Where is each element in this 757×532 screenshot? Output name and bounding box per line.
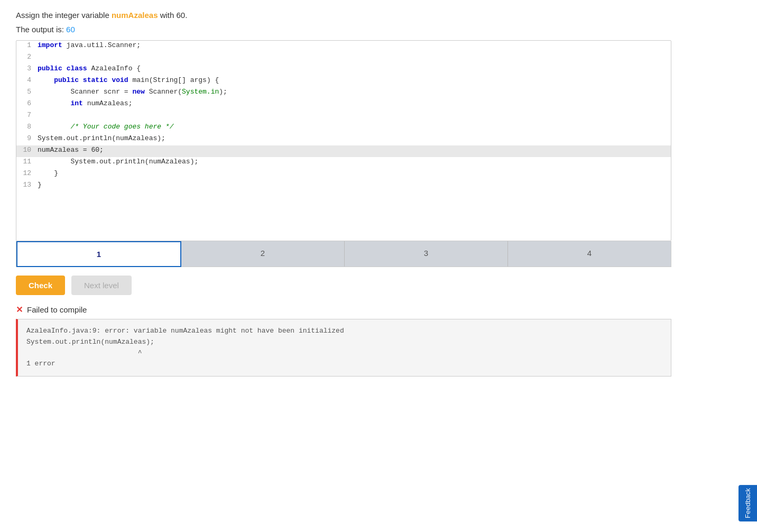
line-number-10: 10 <box>16 146 38 154</box>
line-content-1: import java.util.Scanner; <box>38 41 671 49</box>
error-section: ✕ Failed to compile AzaleaInfo.java:9: e… <box>16 305 671 377</box>
line-content-4: public static void main(String[] args) { <box>38 76 671 84</box>
code-line-11: 11 System.out.println(numAzaleas); <box>16 157 671 169</box>
code-line-6: 6 int numAzaleas; <box>16 99 671 111</box>
line-number-1: 1 <box>16 41 38 49</box>
tab-2[interactable]: 2 <box>181 241 345 267</box>
code-line-5: 5 Scanner scnr = new Scanner(System.in); <box>16 87 671 99</box>
line-content-12: } <box>38 169 671 177</box>
code-line-9: 9 System.out.println(numAzaleas); <box>16 134 671 145</box>
line-content-8: /* Your code goes here */ <box>38 123 671 131</box>
code-editor[interactable]: 1 import java.util.Scanner; 2 3 public c… <box>16 40 671 241</box>
code-line-2: 2 <box>16 52 671 64</box>
line-number-11: 11 <box>16 158 38 166</box>
code-line-1: 1 import java.util.Scanner; <box>16 41 671 52</box>
code-line-13: 13 } <box>16 180 671 192</box>
code-line-12: 12 } <box>16 169 671 180</box>
tab-1[interactable]: 1 <box>16 241 181 267</box>
code-line-4: 4 public static void main(String[] args)… <box>16 76 671 87</box>
error-icon: ✕ <box>16 305 23 315</box>
line-content-5: Scanner scnr = new Scanner(System.in); <box>38 88 671 96</box>
line-number-9: 9 <box>16 134 38 142</box>
instruction-text: Assign the integer variable numAzaleas w… <box>16 11 671 20</box>
line-number-3: 3 <box>16 65 38 72</box>
output-text: The output is: 60 <box>16 25 671 34</box>
tab-3[interactable]: 3 <box>345 241 508 267</box>
buttons-row: Check Next level <box>16 276 671 295</box>
line-number-13: 13 <box>16 181 38 189</box>
line-content-10: numAzaleas = 60; <box>38 146 671 154</box>
output-value: 60 <box>66 25 75 34</box>
line-content-3: public class AzaleaInfo { <box>38 65 671 72</box>
tabs-bar: 1 2 3 4 <box>16 241 671 267</box>
line-number-12: 12 <box>16 169 38 177</box>
code-line-3: 3 public class AzaleaInfo { <box>16 64 671 76</box>
line-content-11: System.out.println(numAzaleas); <box>38 158 671 166</box>
code-line-7: 7 <box>16 111 671 122</box>
line-content-2 <box>38 53 671 61</box>
line-number-5: 5 <box>16 88 38 96</box>
next-level-button[interactable]: Next level <box>71 276 132 295</box>
check-button[interactable]: Check <box>16 276 65 295</box>
line-number-8: 8 <box>16 123 38 131</box>
line-number-2: 2 <box>16 53 38 61</box>
line-number-6: 6 <box>16 99 38 107</box>
line-number-4: 4 <box>16 76 38 84</box>
code-line-8: 8 /* Your code goes here */ <box>16 122 671 134</box>
line-content-7 <box>38 111 671 119</box>
line-content-13: } <box>38 181 671 189</box>
error-box: AzaleaInfo.java:9: error: variable numAz… <box>16 319 671 377</box>
line-content-6: int numAzaleas; <box>38 99 671 107</box>
variable-name: numAzaleas <box>112 11 158 20</box>
error-header-text: Failed to compile <box>27 305 87 314</box>
code-line-10: 10 numAzaleas = 60; <box>16 145 671 157</box>
page-container: Assign the integer variable numAzaleas w… <box>0 0 687 387</box>
error-header: ✕ Failed to compile <box>16 305 671 315</box>
tab-4[interactable]: 4 <box>508 241 671 267</box>
line-number-7: 7 <box>16 111 38 119</box>
line-content-9: System.out.println(numAzaleas); <box>38 134 671 142</box>
code-line-empty-1 <box>16 192 671 234</box>
